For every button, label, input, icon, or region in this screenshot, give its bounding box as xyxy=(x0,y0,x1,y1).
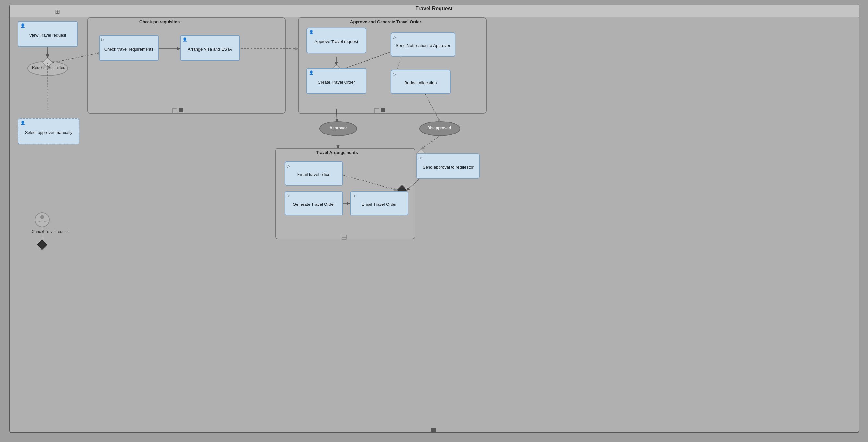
event-request-submitted: Request Submitted xyxy=(28,65,70,70)
task-arrange-visa[interactable]: 👤 Arrange Visa and ESTA xyxy=(180,35,240,61)
script-icon: ▷ xyxy=(287,164,290,168)
user-icon: 👤 xyxy=(21,121,25,125)
event-cancel-label: Cancel Travel request xyxy=(32,229,64,234)
svg-line-22 xyxy=(53,53,100,63)
task-send-notification[interactable]: ▷ Send Notification to Approver xyxy=(391,32,455,57)
svg-line-19 xyxy=(47,47,48,58)
grid-icon: ⊞ xyxy=(55,8,60,15)
task-view-travel-request[interactable]: 👤 View Travel request xyxy=(18,21,78,47)
task-budget-allocation[interactable]: ▷ Budget allocation xyxy=(391,70,451,94)
task-label: Generate Travel Order xyxy=(293,202,335,208)
lane-check-prereq-label: Check prerequisites xyxy=(140,20,180,24)
task-label: Send approval to requestor xyxy=(423,165,473,170)
user-icon: 👤 xyxy=(309,70,314,75)
task-label: Select approver manually xyxy=(25,130,72,135)
task-label: Email travel office xyxy=(297,172,330,178)
svg-line-34 xyxy=(421,136,440,149)
pool-title-text: Travel Request xyxy=(415,6,453,11)
event-approved: Approved xyxy=(320,126,357,130)
task-send-approval[interactable]: ▷ Send approval to requestor xyxy=(416,153,480,179)
task-label: Approve Travel request xyxy=(314,39,358,45)
script-icon: ▷ xyxy=(353,193,355,198)
svg-line-36 xyxy=(340,174,397,190)
svg-point-16 xyxy=(35,213,49,227)
diagram-canvas: Travel Request ⊞ Check prerequisites App… xyxy=(0,0,868,442)
task-email-travel-office[interactable]: ▷ Email travel office xyxy=(285,161,343,186)
svg-rect-45 xyxy=(374,108,379,113)
svg-marker-18 xyxy=(37,240,47,250)
svg-rect-42 xyxy=(173,108,177,113)
task-label: Budget allocation xyxy=(404,81,437,86)
connectors-layer xyxy=(0,0,868,442)
task-email-travel-order[interactable]: ▷ Email Travel Order xyxy=(350,191,408,216)
task-label: Arrange Visa and ESTA xyxy=(188,47,232,52)
task-label: Check travel requirements xyxy=(104,47,154,52)
svg-rect-1 xyxy=(10,5,859,433)
task-create-travel-order[interactable]: 👤 Create Travel Order xyxy=(306,68,366,94)
svg-point-17 xyxy=(40,215,44,219)
user-icon: 👤 xyxy=(183,37,187,42)
lane-travel-arr-label: Travel Arrangements xyxy=(316,150,358,155)
task-check-travel-req[interactable]: ▷ Check travel requirements xyxy=(99,35,159,61)
svg-rect-48 xyxy=(342,235,346,240)
script-icon: ▷ xyxy=(287,193,290,198)
script-icon: ▷ xyxy=(393,72,396,76)
task-select-approver[interactable]: 👤 Select approver manually xyxy=(18,118,80,144)
svg-rect-47 xyxy=(381,108,385,113)
user-icon: 👤 xyxy=(21,23,25,28)
svg-rect-3 xyxy=(88,18,285,114)
svg-line-31 xyxy=(336,108,337,122)
event-disapproved: Disapproved xyxy=(418,126,460,130)
task-label: View Travel request xyxy=(30,33,66,38)
script-icon: ▷ xyxy=(101,37,104,42)
user-icon: 👤 xyxy=(309,30,314,34)
lane-approve-label: Approve and Generate Travel Order xyxy=(350,20,421,24)
script-icon: ▷ xyxy=(419,156,422,160)
task-label: Send Notification to Approver xyxy=(396,43,450,49)
task-approve-travel[interactable]: 👤 Approve Travel request xyxy=(306,28,366,54)
pool-title: Travel Request xyxy=(0,6,868,12)
svg-rect-44 xyxy=(179,108,183,113)
task-label: Create Travel Order xyxy=(318,80,355,85)
task-label: Email Travel Order xyxy=(362,202,397,208)
script-icon: ▷ xyxy=(393,35,396,39)
svg-line-30 xyxy=(341,51,393,70)
svg-marker-21 xyxy=(46,55,49,58)
svg-line-37 xyxy=(407,179,420,190)
svg-rect-50 xyxy=(431,428,436,432)
task-generate-travel-order[interactable]: ▷ Generate Travel Order xyxy=(285,191,343,216)
